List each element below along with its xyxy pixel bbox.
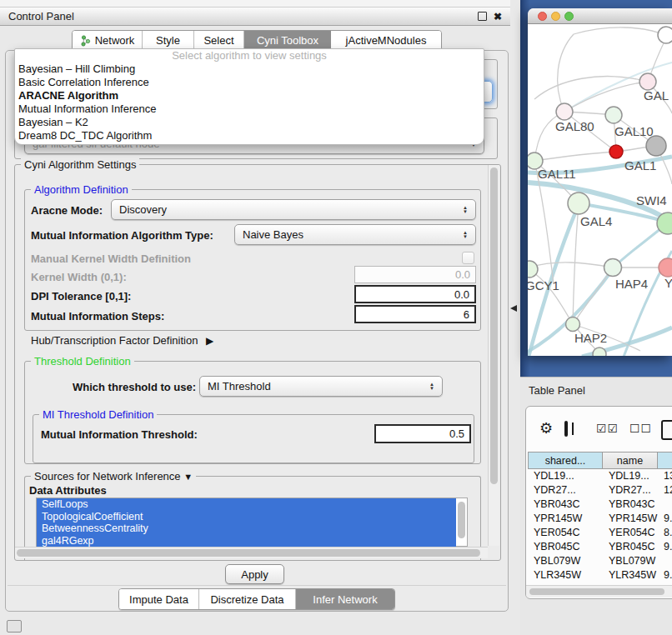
table-header: shared... name A bbox=[528, 452, 672, 469]
tab-cyni-toolbox[interactable]: Cyni Toolbox bbox=[244, 31, 331, 50]
list-scrollbar-thumb[interactable] bbox=[458, 502, 465, 538]
network-window: GAL GAL80 GAL10 GAL1 GAL11 SWI4 GAL4 GCY… bbox=[528, 8, 672, 356]
mi-steps-value: 6 bbox=[464, 308, 469, 321]
zoom-traffic-light-icon[interactable] bbox=[564, 12, 574, 21]
list-scrollbar[interactable] bbox=[456, 498, 468, 547]
column-header-partial[interactable]: A bbox=[658, 452, 672, 469]
dropdown-item[interactable]: Dream8 DC_TDC Algorithm bbox=[15, 129, 484, 142]
edge bbox=[564, 62, 672, 112]
node-unlabeled[interactable] bbox=[658, 27, 672, 43]
restore-panel-icon[interactable] bbox=[7, 620, 22, 632]
tab-jactivemnodules[interactable]: jActiveMNodules bbox=[331, 31, 441, 50]
table-cell: 9. bbox=[658, 568, 672, 582]
mi-type-combo[interactable]: Naive Bayes ▲▼ bbox=[234, 224, 476, 245]
table-hscrollbar-thumb[interactable] bbox=[529, 588, 664, 595]
table-cell: YBR045C bbox=[528, 540, 603, 554]
dropdown-item[interactable]: Bayesian – K2 bbox=[15, 116, 484, 129]
node-gal4[interactable] bbox=[568, 192, 589, 214]
settings-hscrollbar[interactable] bbox=[15, 547, 488, 558]
page-title: Control Panel bbox=[8, 10, 74, 22]
tab-impute-data[interactable]: Impute Data bbox=[119, 589, 199, 609]
aracne-mode-combo[interactable]: Discovery ▲▼ bbox=[111, 199, 476, 220]
dropdown-item-selected[interactable]: ARACNE Algorithm bbox=[15, 89, 484, 102]
dropdown-item[interactable]: Bayesian – Hill Climbing bbox=[15, 62, 484, 76]
node-swi4[interactable] bbox=[657, 212, 672, 234]
hub-section-toggle[interactable]: Hub/Transcription Factor Definition ▶ bbox=[31, 334, 213, 347]
tab-infer-network[interactable]: Infer Network bbox=[296, 589, 394, 609]
list-item[interactable]: SelfLoops bbox=[37, 498, 457, 511]
table-row[interactable]: YPR145WYPR145W9. bbox=[528, 512, 672, 526]
select-all-columns-icon[interactable]: ☑☑ bbox=[596, 422, 619, 435]
float-window-icon[interactable] bbox=[478, 12, 487, 21]
table-cell: YLR345W bbox=[528, 568, 603, 582]
node-hap4[interactable] bbox=[604, 259, 622, 277]
list-item[interactable]: BetweennessCentrality bbox=[37, 522, 457, 535]
mi-threshold-value: 0.5 bbox=[449, 428, 464, 440]
table-panel-title: Table Panel bbox=[529, 384, 585, 397]
close-traffic-light-icon[interactable] bbox=[538, 12, 547, 21]
dpi-tolerance-field[interactable]: 0.0 bbox=[354, 285, 476, 303]
mi-type-value: Naive Bayes bbox=[243, 228, 303, 241]
table-row[interactable]: YDR27...YDR27...12 bbox=[528, 483, 672, 498]
table-cell: 12 bbox=[658, 483, 672, 498]
table-row[interactable]: YER054CYER054C8. bbox=[528, 526, 672, 540]
settings-vscrollbar[interactable] bbox=[488, 165, 499, 546]
sources-group-title: Sources for Network Inference bbox=[34, 470, 181, 482]
dropdown-item[interactable]: Mutual Information Inference bbox=[15, 102, 484, 116]
columns-icon[interactable] bbox=[564, 421, 568, 437]
tab-network[interactable]: Network bbox=[73, 31, 143, 50]
list-item[interactable]: TopologicalCoefficient bbox=[37, 511, 457, 523]
minimize-traffic-light-icon[interactable] bbox=[551, 12, 560, 21]
list-item[interactable]: gal4RGexp bbox=[37, 535, 457, 548]
table-cell: YBR045C bbox=[603, 540, 658, 554]
table-row[interactable]: YDL19...YDL19...13 bbox=[528, 469, 672, 483]
kernel-width-value: 0.0 bbox=[455, 268, 470, 281]
node-unlabeled[interactable] bbox=[593, 348, 606, 356]
node-hap2[interactable] bbox=[566, 318, 580, 332]
gear-icon[interactable]: ⚙ bbox=[539, 421, 553, 436]
expand-arrow-icon: ▼ bbox=[183, 472, 193, 482]
tab-label: Network bbox=[95, 34, 135, 47]
dpi-tolerance-value: 0.0 bbox=[454, 288, 469, 301]
table-row[interactable]: YBL079WYBL079W bbox=[528, 554, 672, 568]
tab-discretize-data[interactable]: Discretize Data bbox=[199, 589, 296, 609]
apply-button[interactable]: Apply bbox=[225, 564, 284, 584]
node-gal-partial[interactable] bbox=[639, 73, 656, 90]
table-cell: 13 bbox=[658, 469, 672, 483]
table-cell: YBR043C bbox=[528, 498, 603, 512]
export-table-icon[interactable] bbox=[661, 420, 672, 440]
table-row[interactable]: YBR045CYBR045C9. bbox=[528, 540, 672, 554]
dpi-tolerance-label: DPI Tolerance [0,1]: bbox=[31, 290, 131, 302]
node-y-partial[interactable] bbox=[659, 258, 672, 277]
mi-steps-label: Mutual Information Steps: bbox=[31, 310, 164, 322]
node-label: GAL4 bbox=[580, 214, 612, 228]
settings-vscrollbar-thumb[interactable] bbox=[490, 168, 498, 484]
mi-threshold-group-title: MI Threshold Definition bbox=[39, 408, 157, 421]
which-threshold-combo[interactable]: MI Threshold ▲▼ bbox=[199, 376, 443, 397]
sources-group-toggle[interactable]: Sources for Network Inference ▼ bbox=[31, 470, 196, 482]
column-header-shared-name[interactable]: shared... bbox=[528, 452, 603, 469]
node-label: HAP4 bbox=[615, 277, 648, 291]
column-header-name[interactable]: name bbox=[603, 452, 658, 469]
tab-label: Style bbox=[156, 34, 180, 47]
collapse-arrow-icon: ▶ bbox=[206, 335, 213, 347]
threshold-definition-title: Threshold Definition bbox=[31, 355, 134, 368]
table-row[interactable]: YBR043CYBR043C bbox=[528, 498, 672, 512]
node-gal80[interactable] bbox=[556, 103, 573, 120]
node-gray[interactable] bbox=[646, 136, 666, 156]
settings-hscrollbar-thumb[interactable] bbox=[17, 549, 480, 557]
mi-type-label: Mutual Information Algorithm Type: bbox=[31, 229, 213, 242]
node-gal10[interactable] bbox=[605, 107, 622, 123]
tab-style[interactable]: Style bbox=[143, 31, 194, 50]
network-canvas[interactable]: GAL GAL80 GAL10 GAL1 GAL11 SWI4 GAL4 GCY… bbox=[528, 24, 672, 356]
aracne-mode-label: Aracne Mode: bbox=[31, 204, 103, 217]
table-hscrollbar[interactable] bbox=[526, 585, 672, 598]
unselect-all-columns-icon[interactable]: ☐☐ bbox=[629, 422, 652, 435]
mi-threshold-field[interactable]: 0.5 bbox=[374, 424, 471, 443]
node-gal1-highlighted[interactable] bbox=[609, 145, 623, 158]
tab-select[interactable]: Select bbox=[194, 31, 244, 50]
mi-steps-field[interactable]: 6 bbox=[354, 305, 476, 323]
table-row[interactable]: YLR345WYLR345W9. bbox=[528, 568, 672, 582]
dropdown-item[interactable]: Basic Correlation Inference bbox=[15, 76, 484, 89]
close-icon[interactable]: ✖ bbox=[494, 12, 502, 22]
